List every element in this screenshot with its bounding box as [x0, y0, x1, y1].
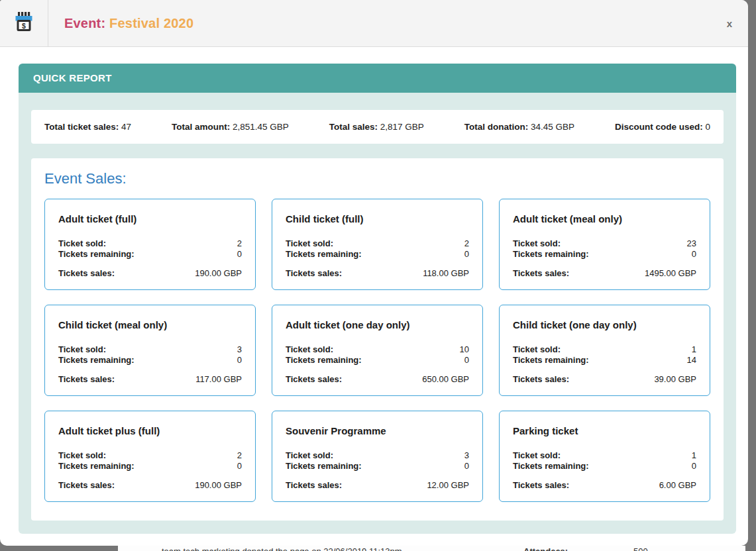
background-activity-note: team tech marketing donated the page on … [162, 546, 402, 551]
quick-report-banner: QUICK REPORT [19, 64, 736, 93]
tickets-sales-row: Tickets sales: 39.00 GBP [513, 374, 696, 385]
tickets-sales-value: 190.00 GBP [195, 480, 242, 491]
stat-label: Total donation: [464, 122, 528, 132]
svg-text:$: $ [22, 22, 26, 30]
ticket-sold-value: 3 [237, 344, 242, 355]
ticket-sold-row: Ticket sold: 23 [513, 238, 696, 249]
ticket-sold-row: Ticket sold: 10 [286, 344, 469, 355]
stat-value: 0 [705, 122, 710, 132]
ticket-sold-value: 23 [687, 238, 696, 249]
tickets-remaining-value: 0 [464, 461, 469, 472]
ticket-cards-grid: Adult ticket (full) Ticket sold: 2 Ticke… [44, 199, 710, 502]
tickets-sales-value: 12.00 GBP [427, 480, 469, 491]
ticket-sold-row: Ticket sold: 1 [513, 344, 696, 355]
tickets-sales-value: 6.00 GBP [659, 480, 696, 491]
background-attendees-label: Attendees: [523, 546, 568, 551]
tickets-remaining-row: Tickets remaining: 0 [286, 461, 469, 472]
stat-total-sales: Total sales: 2,817 GBP [329, 122, 424, 132]
event-sales-panel: Event Sales: Adult ticket (full) Ticket … [31, 158, 724, 521]
ticket-card-title: Child ticket (one day only) [513, 319, 696, 330]
title-prefix: Event: [64, 16, 105, 30]
background-page-content: team tech marketing donated the page on … [118, 546, 745, 551]
ticket-card-adult-one-day: Adult ticket (one day only) Ticket sold:… [272, 305, 483, 396]
event-sales-heading: Event Sales: [44, 170, 710, 187]
ticket-card-title: Adult ticket (one day only) [286, 319, 469, 330]
tickets-sales-row: Tickets sales: 190.00 GBP [58, 268, 242, 279]
ticket-card-adult-plus-full: Adult ticket plus (full) Ticket sold: 2 … [44, 411, 256, 502]
stat-value: 47 [121, 122, 131, 132]
stat-discount-code-used: Discount code used: 0 [615, 122, 710, 132]
tickets-sales-row: Tickets sales: 650.00 GBP [286, 374, 469, 385]
stat-total-amount: Total amount: 2,851.45 GBP [172, 122, 289, 132]
stat-value: 2,817 GBP [380, 122, 424, 132]
ticket-card-parking: Parking ticket Ticket sold: 1 Tickets re… [499, 411, 710, 502]
tickets-sales-row: Tickets sales: 117.00 GBP [58, 374, 242, 385]
ticket-sold-value: 1 [692, 450, 696, 461]
tickets-sales-value: 117.00 GBP [195, 374, 242, 385]
ticket-sold-value: 2 [464, 238, 469, 249]
tickets-remaining-row: Tickets remaining: 0 [513, 461, 696, 472]
ticket-sold-value: 1 [692, 344, 696, 355]
stat-total-ticket-sales: Total ticket sales: 47 [44, 122, 131, 132]
summary-bar: Total ticket sales: 47 Total amount: 2,8… [31, 110, 724, 144]
tickets-sales-row: Tickets sales: 190.00 GBP [58, 480, 242, 491]
ticket-sold-row: Ticket sold: 3 [58, 344, 242, 355]
tickets-remaining-row: Tickets remaining: 0 [513, 249, 696, 260]
tickets-remaining-value: 0 [237, 461, 242, 472]
tickets-sales-row: Tickets sales: 1495.00 GBP [513, 268, 696, 279]
tickets-sales-value: 190.00 GBP [195, 268, 242, 279]
event-icon-cell: $ [0, 0, 48, 46]
ticket-card-souvenir-programme: Souvenir Programme Ticket sold: 3 Ticket… [272, 411, 483, 502]
ticket-sold-row: Ticket sold: 2 [286, 238, 469, 249]
stat-label: Discount code used: [615, 122, 703, 132]
tickets-remaining-row: Tickets remaining: 0 [286, 249, 469, 260]
ticket-sold-value: 3 [464, 450, 469, 461]
tickets-remaining-value: 0 [237, 355, 242, 366]
ticket-sold-row: Ticket sold: 3 [286, 450, 469, 461]
modal-header: $ Event: Festival 2020 x [0, 0, 748, 47]
stat-label: Total amount: [172, 122, 230, 132]
ticket-card-child-meal-only: Child ticket (meal only) Ticket sold: 3 … [44, 305, 256, 396]
tickets-sales-row: Tickets sales: 118.00 GBP [286, 268, 469, 279]
ticket-sold-row: Ticket sold: 1 [513, 450, 696, 461]
ticket-card-title: Adult ticket (full) [58, 213, 242, 225]
tickets-remaining-row: Tickets remaining: 0 [58, 461, 242, 472]
ticket-card-title: Souvenir Programme [286, 425, 469, 436]
tickets-remaining-value: 0 [464, 355, 469, 366]
tickets-sales-row: Tickets sales: 12.00 GBP [286, 480, 469, 491]
ticket-card-title: Child ticket (meal only) [58, 319, 242, 330]
ticket-card-title: Adult ticket (meal only) [513, 213, 696, 225]
tickets-sales-value: 39.00 GBP [654, 374, 696, 385]
tickets-remaining-row: Tickets remaining: 0 [58, 355, 242, 366]
tickets-sales-value: 650.00 GBP [422, 374, 469, 385]
tickets-remaining-row: Tickets remaining: 0 [286, 355, 469, 366]
tickets-sales-row: Tickets sales: 6.00 GBP [513, 480, 696, 491]
close-button[interactable]: x [727, 19, 732, 28]
quick-report-section: QUICK REPORT Total ticket sales: 47 Tota… [19, 64, 736, 534]
stat-label: Total ticket sales: [44, 122, 119, 132]
ticket-sold-row: Ticket sold: 2 [58, 450, 242, 461]
stat-label: Total sales: [329, 122, 378, 132]
background-page-strip: team tech marketing donated the page on … [118, 546, 745, 551]
ticket-sold-row: Ticket sold: 2 [58, 238, 242, 249]
tickets-sales-value: 1495.00 GBP [645, 268, 696, 279]
stat-total-donation: Total donation: 34.45 GBP [464, 122, 574, 132]
tickets-remaining-value: 14 [687, 355, 696, 366]
ticket-card-title: Adult ticket plus (full) [58, 425, 242, 436]
background-attendees-value: 500 [633, 546, 648, 551]
ticket-sold-value: 2 [237, 238, 242, 249]
tickets-remaining-value: 0 [464, 249, 469, 260]
ticket-card-child-full: Child ticket (full) Ticket sold: 2 Ticke… [272, 199, 483, 290]
quick-report-body: Total ticket sales: 47 Total amount: 2,8… [19, 93, 736, 534]
tickets-remaining-value: 0 [692, 461, 696, 472]
tickets-remaining-row: Tickets remaining: 0 [58, 249, 242, 260]
tickets-remaining-value: 0 [692, 249, 696, 260]
ticket-card-adult-full: Adult ticket (full) Ticket sold: 2 Ticke… [44, 199, 256, 290]
modal-title: Event: Festival 2020 [64, 16, 193, 31]
ticket-sold-value: 10 [460, 344, 469, 355]
tickets-sales-value: 118.00 GBP [423, 268, 469, 279]
title-event-name: Festival 2020 [109, 16, 193, 30]
stat-value: 34.45 GBP [531, 122, 574, 132]
tickets-remaining-row: Tickets remaining: 14 [513, 355, 696, 366]
ticket-card-adult-meal-only: Adult ticket (meal only) Ticket sold: 23… [499, 199, 710, 290]
